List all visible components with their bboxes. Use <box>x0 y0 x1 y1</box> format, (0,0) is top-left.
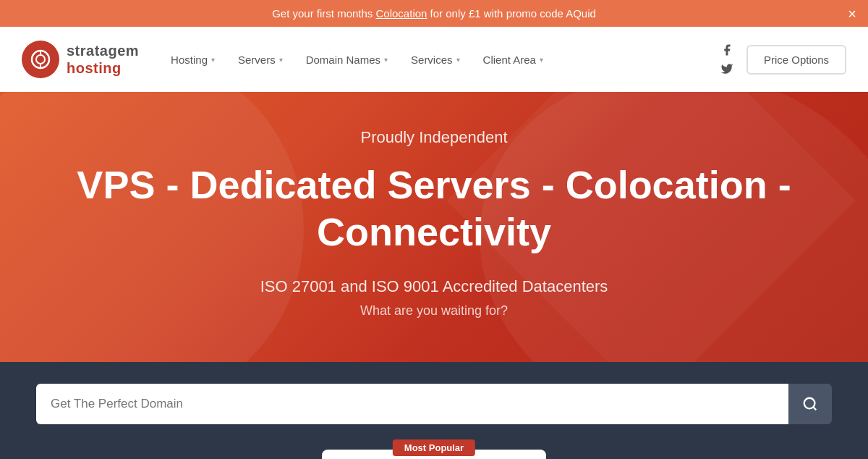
domain-search-input[interactable] <box>36 384 788 424</box>
domain-search-wrapper <box>36 384 832 424</box>
popular-badge: Most Popular <box>393 439 475 456</box>
nav-item-hosting[interactable]: Hosting ▾ <box>161 48 225 72</box>
announcement-text-after: for only £1 with promo code AQuid <box>427 7 595 20</box>
search-icon <box>802 396 818 412</box>
svg-point-1 <box>36 55 45 64</box>
svg-point-4 <box>804 397 815 408</box>
announcement-close-button[interactable]: × <box>848 7 856 21</box>
svg-line-5 <box>813 407 816 410</box>
logo-icon <box>22 41 59 78</box>
hero-section: Proudly Independent VPS - Dedicated Serv… <box>0 92 868 362</box>
hero-cta: What are you waiting for? <box>29 303 839 319</box>
logo-text: stratagem hosting <box>67 42 139 77</box>
chevron-down-icon: ▾ <box>384 56 388 64</box>
nav-label-client-area: Client Area <box>483 54 536 66</box>
chevron-down-icon: ▾ <box>456 56 460 64</box>
announcement-text-before: Get your first months <box>272 7 375 20</box>
nav-links: Hosting ▾ Servers ▾ Domain Names ▾ Servi… <box>161 48 719 72</box>
domain-search-button[interactable] <box>788 384 832 424</box>
domain-search-section <box>0 362 868 450</box>
nav-item-client-area[interactable]: Client Area ▾ <box>473 48 553 72</box>
nav-item-domain-names[interactable]: Domain Names ▾ <box>296 48 398 72</box>
chevron-down-icon: ▾ <box>540 56 543 64</box>
chevron-down-icon: ▾ <box>211 56 215 64</box>
nav-item-servers[interactable]: Servers ▾ <box>228 48 293 72</box>
social-icons <box>719 42 735 77</box>
announcement-bar: Get your first months Colocation for onl… <box>0 0 868 27</box>
popular-section: Most Popular Advanced Web... <box>0 450 868 459</box>
announcement-link[interactable]: Colocation <box>376 7 427 20</box>
nav-label-servers: Servers <box>238 54 276 66</box>
hero-subtitle: Proudly Independent <box>29 128 839 147</box>
chevron-down-icon: ▾ <box>279 56 283 64</box>
nav-label-services: Services <box>411 54 453 66</box>
price-options-button[interactable]: Price Options <box>746 45 846 75</box>
nav-label-hosting: Hosting <box>171 54 208 66</box>
hero-title: VPS - Dedicated Servers - Colocation -Co… <box>29 161 839 256</box>
nav-label-domain-names: Domain Names <box>306 54 380 66</box>
logo[interactable]: stratagem hosting <box>22 41 139 78</box>
navbar: stratagem hosting Hosting ▾ Servers ▾ Do… <box>0 27 868 92</box>
logo-line2: hosting <box>67 59 139 77</box>
popular-card[interactable]: Most Popular Advanced Web... <box>322 450 546 459</box>
logo-svg <box>30 49 51 70</box>
logo-line1: stratagem <box>67 42 139 59</box>
twitter-icon[interactable] <box>719 61 735 77</box>
hero-description: ISO 27001 and ISO 9001 Accredited Datace… <box>29 277 839 296</box>
facebook-icon[interactable] <box>719 42 735 58</box>
nav-item-services[interactable]: Services ▾ <box>401 48 470 72</box>
